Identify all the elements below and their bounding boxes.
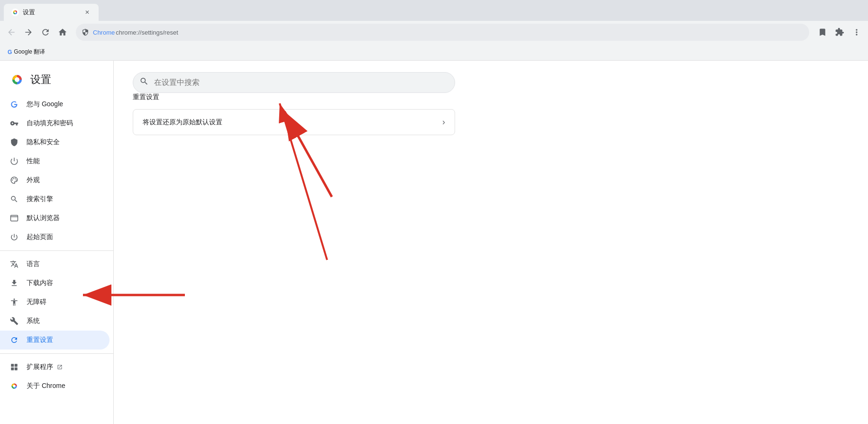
sidebar-item-label: 您与 Google (27, 100, 63, 109)
tab-title: 设置 (23, 8, 80, 17)
language-icon (9, 259, 19, 269)
svg-point-9 (16, 180, 17, 181)
sidebar-item-label: 重置设置 (27, 336, 53, 344)
svg-rect-12 (11, 364, 14, 367)
svg-point-7 (13, 178, 14, 179)
svg-rect-13 (15, 364, 18, 367)
download-icon (9, 278, 19, 288)
sidebar-item-system[interactable]: 系统 (0, 312, 110, 331)
address-url: chrome://settings/reset (116, 29, 178, 36)
reset-item-label: 将设置还原为原始默认设置 (143, 118, 222, 127)
svg-rect-15 (15, 368, 18, 370)
chrome-logo (9, 72, 25, 87)
accessibility-icon (9, 297, 19, 307)
svg-point-2 (14, 11, 16, 13)
sidebar-item-search[interactable]: 搜索引擎 (0, 190, 110, 209)
svg-point-8 (15, 178, 16, 179)
sidebar-item-autofill[interactable]: 自动填充和密码 (0, 114, 110, 133)
extensions-label-container: 扩展程序 (27, 363, 63, 371)
svg-point-17 (13, 385, 16, 387)
sidebar-item-label: 系统 (27, 317, 40, 325)
reset-item-arrow-icon: › (442, 117, 445, 127)
search-bar-wrapper (133, 72, 455, 93)
bookmark-label: Google 翻译 (14, 48, 45, 56)
about-chrome-icon (9, 381, 19, 391)
back-button[interactable] (4, 25, 19, 40)
system-icon (9, 316, 19, 326)
toolbar-icons (815, 25, 864, 40)
bookmark-google-translate[interactable]: G Google 翻译 (4, 46, 49, 58)
sidebar-item-label: 搜索引擎 (27, 195, 53, 203)
sidebar-item-label: 无障碍 (27, 298, 46, 306)
sidebar-item-label: 自动填充和密码 (27, 119, 73, 128)
extensions-sidebar-icon (9, 362, 19, 372)
active-tab[interactable]: 设置 ✕ (4, 4, 99, 21)
main-layout: 设置 您与 Google 自动填充和密码 隐私和安全 性能 (0, 61, 868, 424)
sidebar-divider (0, 250, 113, 251)
sidebar-divider-2 (0, 353, 113, 354)
sidebar-item-label: 语言 (27, 260, 40, 268)
section-title: 重置设置 (133, 93, 849, 101)
search-settings-icon (139, 77, 149, 89)
menu-button[interactable] (849, 25, 864, 40)
sidebar-item-label: 默认浏览器 (27, 214, 60, 222)
sidebar-item-extensions[interactable]: 扩展程序 (0, 358, 110, 377)
google-favicon: G (8, 49, 12, 55)
sidebar-item-label: 起始页面 (27, 233, 53, 241)
settings-title: 设置 (30, 73, 51, 87)
address-bar[interactable]: Chrome chrome://settings/reset (76, 24, 809, 41)
sidebar-item-appearance[interactable]: 外观 (0, 171, 110, 190)
reset-default-item[interactable]: 将设置还原为原始默认设置 › (133, 110, 455, 135)
chrome-brand-label: Chrome (93, 29, 115, 36)
reset-icon (9, 335, 19, 345)
sidebar-item-accessibility[interactable]: 无障碍 (0, 293, 110, 312)
sidebar-item-downloads[interactable]: 下载内容 (0, 274, 110, 293)
performance-icon (9, 157, 19, 166)
tab-close-button[interactable]: ✕ (83, 9, 91, 16)
sidebar-item-label: 下载内容 (27, 279, 53, 287)
refresh-button[interactable] (38, 25, 53, 40)
sidebar-item-privacy[interactable]: 隐私和安全 (0, 133, 110, 152)
sidebar-item-label: 性能 (27, 157, 40, 166)
tab-favicon (11, 9, 19, 16)
search-engine-icon (9, 194, 19, 204)
sidebar-item-label: 隐私和安全 (27, 138, 60, 147)
sidebar-item-about[interactable]: 关于 Chrome (0, 377, 110, 396)
reset-card: 将设置还原为原始默认设置 › (133, 109, 455, 135)
extensions-button[interactable] (832, 25, 847, 40)
address-bar-container: Chrome chrome://settings/reset (76, 24, 809, 41)
home-button[interactable] (55, 25, 70, 40)
svg-rect-14 (11, 368, 14, 370)
sidebar-item-label: 外观 (27, 176, 40, 184)
sidebar-item-google[interactable]: 您与 Google (0, 95, 110, 114)
toolbar: Chrome chrome://settings/reset (0, 21, 868, 44)
startup-icon (9, 232, 19, 242)
bookmarks-bar: G Google 翻译 (0, 44, 868, 61)
sidebar: 设置 您与 Google 自动填充和密码 隐私和安全 性能 (0, 61, 114, 424)
bookmark-button[interactable] (815, 25, 830, 40)
address-security-icon (82, 28, 89, 36)
google-icon (9, 100, 19, 109)
sidebar-item-language[interactable]: 语言 (0, 255, 110, 274)
settings-header: 设置 (0, 65, 113, 95)
forward-button[interactable] (21, 25, 36, 40)
sidebar-item-startup[interactable]: 起始页面 (0, 228, 110, 247)
appearance-icon (9, 175, 19, 185)
search-settings-input[interactable] (133, 72, 455, 93)
content-area: 重置设置 将设置还原为原始默认设置 › (114, 61, 868, 424)
shield-icon (9, 138, 19, 147)
key-icon (9, 119, 19, 128)
svg-rect-10 (11, 215, 18, 221)
extensions-label: 扩展程序 (27, 363, 53, 371)
browser-icon (9, 213, 19, 223)
sidebar-item-reset[interactable]: 重置设置 (0, 331, 110, 350)
svg-point-5 (15, 77, 19, 82)
tab-bar: 设置 ✕ (0, 0, 868, 21)
svg-point-6 (12, 180, 13, 181)
sidebar-item-performance[interactable]: 性能 (0, 152, 110, 171)
sidebar-item-default-browser[interactable]: 默认浏览器 (0, 209, 110, 228)
about-chrome-label: 关于 Chrome (27, 382, 65, 390)
